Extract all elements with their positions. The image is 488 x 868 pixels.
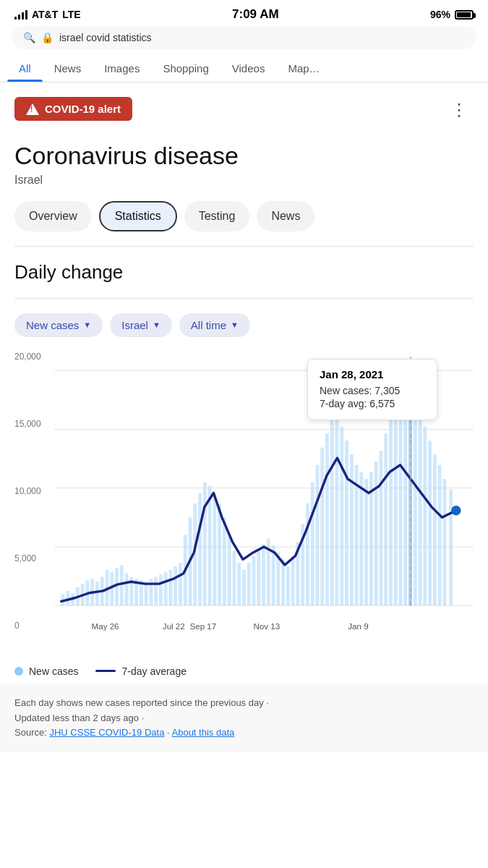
svg-rect-80 bbox=[428, 441, 432, 605]
svg-rect-39 bbox=[228, 535, 231, 605]
footer-note: Each day shows new cases reported since … bbox=[0, 684, 488, 752]
svg-rect-34 bbox=[203, 482, 207, 605]
svg-rect-82 bbox=[438, 465, 442, 605]
disease-title: Coronavirus disease bbox=[14, 141, 474, 171]
filter-all-time[interactable]: All time ▼ bbox=[179, 313, 250, 337]
svg-rect-75 bbox=[403, 402, 407, 605]
covid-alert-badge: COVID-19 alert bbox=[14, 97, 132, 121]
lock-icon: 🔒 bbox=[41, 32, 53, 43]
svg-rect-69 bbox=[374, 461, 378, 605]
status-bar: AT&T LTE 7:09 AM 96% bbox=[0, 0, 488, 26]
filter-new-cases-label: New cases bbox=[26, 319, 79, 331]
svg-rect-43 bbox=[247, 563, 251, 605]
svg-rect-79 bbox=[423, 426, 427, 605]
battery-percent: 96% bbox=[430, 9, 450, 20]
legend-avg: 7-day average bbox=[95, 665, 187, 677]
legend-avg-label: 7-day average bbox=[121, 665, 187, 677]
svg-rect-33 bbox=[198, 493, 202, 605]
filter-israel-arrow: ▼ bbox=[153, 320, 160, 329]
tooltip-new-cases-value: 7,305 bbox=[374, 385, 400, 396]
google-tab-news[interactable]: News bbox=[43, 55, 93, 82]
svg-rect-28 bbox=[174, 566, 177, 605]
google-tab-videos[interactable]: Videos bbox=[221, 55, 277, 82]
svg-rect-70 bbox=[380, 451, 383, 605]
google-tab-images[interactable]: Images bbox=[93, 55, 151, 82]
x-label-jul22: Jul 22 bbox=[163, 621, 185, 631]
section-title: Daily change bbox=[14, 261, 474, 284]
svg-rect-66 bbox=[359, 472, 363, 605]
network-label: LTE bbox=[62, 9, 80, 20]
footer-note-2: Updated less than 2 days ago · bbox=[14, 711, 474, 726]
filter-row: New cases ▼ Israel ▼ All time ▼ bbox=[14, 313, 474, 337]
filter-new-cases[interactable]: New cases ▼ bbox=[14, 313, 103, 337]
carrier-label: AT&T bbox=[32, 9, 58, 20]
y-label-20000: 20,000 bbox=[14, 352, 41, 362]
svg-rect-37 bbox=[218, 503, 221, 605]
tab-news[interactable]: News bbox=[257, 201, 314, 231]
search-bar[interactable]: 🔍 🔒 israel covid statistics bbox=[12, 26, 476, 49]
svg-rect-57 bbox=[316, 465, 320, 605]
svg-rect-61 bbox=[335, 409, 339, 605]
svg-rect-74 bbox=[399, 391, 403, 605]
filter-all-time-label: All time bbox=[191, 319, 226, 331]
chart-legend: New cases 7-day average bbox=[14, 665, 474, 677]
google-tab-shopping[interactable]: Shopping bbox=[151, 55, 220, 82]
footer-about-link[interactable]: About this data bbox=[172, 727, 235, 738]
svg-rect-77 bbox=[414, 399, 417, 605]
filter-israel[interactable]: Israel ▼ bbox=[110, 313, 172, 337]
svg-rect-18 bbox=[125, 573, 129, 605]
svg-rect-26 bbox=[164, 572, 168, 605]
svg-rect-60 bbox=[330, 420, 334, 605]
y-label-10000: 10,000 bbox=[14, 486, 41, 496]
google-tabs: All News Images Shopping Videos Map… bbox=[0, 55, 488, 82]
tab-overview[interactable]: Overview bbox=[14, 201, 92, 231]
svg-rect-78 bbox=[419, 412, 422, 605]
divider-1 bbox=[14, 246, 474, 247]
filter-all-time-arrow: ▼ bbox=[231, 320, 239, 329]
svg-rect-63 bbox=[345, 441, 348, 605]
svg-rect-64 bbox=[350, 454, 354, 605]
legend-avg-line bbox=[95, 670, 116, 672]
search-icon: 🔍 bbox=[23, 32, 35, 43]
svg-rect-12 bbox=[95, 582, 99, 605]
svg-rect-71 bbox=[384, 433, 388, 605]
google-tab-all[interactable]: All bbox=[7, 55, 43, 82]
svg-rect-27 bbox=[169, 570, 173, 605]
tab-statistics[interactable]: Statistics bbox=[99, 201, 177, 231]
svg-rect-51 bbox=[286, 566, 290, 605]
covid-alert-label: COVID-19 alert bbox=[45, 103, 121, 115]
svg-rect-41 bbox=[237, 563, 241, 605]
svg-rect-38 bbox=[223, 517, 226, 605]
svg-rect-72 bbox=[389, 420, 393, 605]
svg-rect-36 bbox=[213, 493, 216, 605]
svg-rect-45 bbox=[257, 549, 260, 605]
svg-rect-40 bbox=[233, 551, 236, 605]
more-options-icon[interactable]: ⋮ bbox=[445, 97, 474, 123]
footer-source-link[interactable]: JHU CSSE COVID-19 Data bbox=[49, 727, 164, 738]
legend-new-cases: New cases bbox=[14, 665, 78, 677]
footer-source: Source: JHU CSSE COVID-19 Data · About t… bbox=[14, 726, 474, 741]
chart-wrap: 20,000 15,000 10,000 5,000 0 bbox=[14, 352, 474, 658]
y-label-15000: 15,000 bbox=[14, 419, 41, 429]
svg-rect-17 bbox=[120, 565, 124, 605]
tooltip-avg-label: 7-day avg: bbox=[320, 398, 367, 409]
svg-rect-52 bbox=[291, 556, 295, 605]
svg-rect-73 bbox=[394, 405, 398, 605]
svg-rect-24 bbox=[154, 576, 158, 605]
svg-rect-44 bbox=[252, 556, 256, 605]
chart-endpoint-dot bbox=[451, 506, 461, 516]
google-tab-maps[interactable]: Map… bbox=[276, 55, 331, 82]
tab-testing[interactable]: Testing bbox=[184, 201, 250, 231]
filter-israel-label: Israel bbox=[121, 319, 148, 331]
svg-rect-25 bbox=[159, 574, 163, 605]
y-axis-labels: 20,000 15,000 10,000 5,000 0 bbox=[14, 352, 41, 631]
legend-new-cases-label: New cases bbox=[29, 665, 78, 677]
signal-icon bbox=[14, 9, 27, 20]
filter-new-cases-arrow: ▼ bbox=[83, 320, 91, 329]
y-label-0: 0 bbox=[14, 621, 41, 631]
status-right: 96% bbox=[430, 9, 474, 20]
tooltip-new-cases-label: New cases: bbox=[320, 385, 372, 396]
footer-source-label: Source: bbox=[14, 727, 47, 738]
tooltip-new-cases: New cases: 7,305 bbox=[320, 385, 425, 396]
divider-2 bbox=[14, 298, 474, 299]
